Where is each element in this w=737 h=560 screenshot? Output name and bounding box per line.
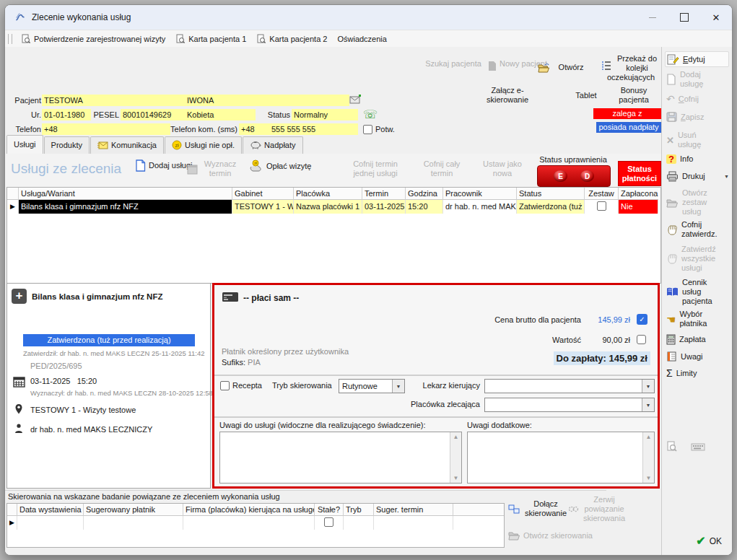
add-services-button[interactable]: Dodaj usługi [135,159,193,172]
sidebar-item-cofnij-zatwierdz[interactable]: Cofnij zatwierdz. [666,220,729,239]
header-gabinet[interactable]: Gabinet [232,188,294,200]
sidebar-item-wybor-platnika[interactable]: ☚ Wybór płatnika [666,310,729,328]
pay-visit-button[interactable]: zł Opłać wizytę [249,159,311,172]
scroll-up-icon[interactable]: ▲ [453,434,459,440]
send-message-icon[interactable] [349,94,362,105]
sidebar-item-info[interactable]: ? Info [666,154,729,164]
phone-prefix-field[interactable]: +48 [42,123,74,135]
phone-icon[interactable]: ☏ [363,109,378,121]
attach-referral-button[interactable]: Dołącz skierowanie [508,499,569,518]
sidebar-item-cennik[interactable]: Cennik usług pacjenta [666,278,729,306]
header-pracownik[interactable]: Pracownik [443,188,517,200]
payment-status-button[interactable]: Status płatności [618,161,661,186]
undo-single-appointment-button[interactable]: Cofnij termin jednej usługi [343,159,408,178]
cell-status[interactable]: Zatwierdzona (tuż przed realizacją) [517,200,585,214]
sidebar-item-zapisz[interactable]: Zapisz [666,112,729,122]
header-placowka[interactable]: Placówka [294,188,362,200]
scroll-down-icon[interactable]: ▼ [453,475,459,481]
scroll-down-icon[interactable]: ▼ [646,475,652,481]
sidebar-item-zaplata[interactable]: Zapłata [666,334,729,345]
mobile-field[interactable]: 555 555 555 [269,123,358,135]
scrollbar[interactable]: ▲▼ [642,432,654,483]
menu-oswiadczenia[interactable]: Oświadczenia [332,30,391,47]
status-field[interactable]: Normalny [292,109,358,121]
zestaw-checkbox[interactable] [597,201,606,211]
cell-placowka[interactable]: Nazwa placówki 1 [294,200,362,214]
open-referrals-button[interactable]: Otwórz skierowania [508,530,593,541]
preview-gray-icon[interactable] [666,441,678,452]
cell-termin[interactable]: 03-11-2025 [362,200,406,214]
attach-ereferral-button[interactable]: Załącz e-skierowanie [471,86,544,105]
dropdown-arrow-icon[interactable]: ▼ [392,380,404,393]
stale-checkbox[interactable] [324,517,333,527]
referrals-empty-row[interactable]: ▶ [7,516,504,530]
ordering-facility-select[interactable]: ▼ [484,398,655,412]
ok-button[interactable]: ✔ OK [696,534,722,548]
sidebar-item-dodaj-usluge[interactable]: Dodaj usługę [666,70,729,89]
undo-whole-appointment-button[interactable]: Cofnij cały termin [415,159,468,178]
close-button[interactable]: ✕ [700,5,732,30]
entitlement-status-button[interactable]: E D [537,165,611,187]
header-godzina[interactable]: Godzina [406,188,443,200]
tab-uslugi-nie-oplacone[interactable]: zł Usługi nie opł. [165,136,242,154]
dropdown-arrow-icon[interactable]: ▼ [642,398,654,411]
header-data-wystawienia[interactable]: Data wystawienia [17,504,84,516]
cell-pracownik[interactable]: dr hab. n. med MAKS LECZNICZY [443,200,517,214]
open-patient-button[interactable]: Otwórz [538,63,590,73]
tab-komunikacja[interactable]: Komunikacja [90,136,164,154]
entitlement-d-badge[interactable]: D [580,170,594,182]
payment-arrears-badge[interactable]: zalega z płatnościami [593,108,661,119]
mobile-prefix-field[interactable]: +48 [239,123,271,135]
set-as-new-button[interactable]: Ustaw jako nowa [476,159,529,178]
phone-field[interactable] [72,123,170,135]
header-status[interactable]: Status [517,188,585,200]
expand-plus-icon[interactable]: + [12,289,27,304]
sidebar-item-edytuj[interactable]: Edytuj [665,51,729,67]
cell-godzina[interactable]: 15:20 [406,200,443,214]
header-sugerowany-platnik[interactable]: Sugerowany płatnik [84,504,183,516]
patient-bonuses-button[interactable]: Bonusy pacjenta [610,86,658,105]
referring-doctor-select[interactable]: ▼ [484,379,655,393]
sidebar-item-uwagi[interactable]: Uwagi [666,351,729,362]
header-usluga[interactable]: Usługa/Wariant [19,188,232,200]
minimize-button[interactable] [637,5,668,30]
header-termin[interactable]: Termin [362,188,406,200]
keyboard-gray-icon[interactable] [691,442,705,451]
scrollbar[interactable]: ▲▼ [450,432,461,483]
tab-uslugi[interactable]: Usługi [6,135,43,154]
cell-stale[interactable] [315,516,344,530]
sex-field[interactable]: Kobieta [185,109,256,121]
menu-potwierdzenie-wizyty[interactable]: Potwierdzenie zarejestrowanej wizyty [16,30,170,47]
dropdown-arrow-icon[interactable]: ▼ [642,380,654,393]
tab-nadplaty[interactable]: Nadpłaty [243,136,302,154]
last-name-field[interactable]: TESTOWA [42,95,187,106]
potw-checkbox[interactable] [363,125,372,134]
table-row[interactable]: ▶ Bilans klasa i gimnazjum nfz NFZ TESTO… [7,200,660,214]
header-zestaw[interactable]: Zestaw [585,188,619,200]
scroll-up-icon[interactable]: ▲ [646,434,652,440]
entitlement-e-badge[interactable]: E [554,170,567,182]
header-zaplacona[interactable]: Zapłacona [619,188,658,200]
header-firma-kierujaca[interactable]: Firma (placówka) kierująca na usługę [183,504,315,516]
cell-gabinet[interactable]: TESTOWY 1 - Wizyty testowe [232,200,294,214]
header-tryb[interactable]: Tryb [344,504,374,516]
sidebar-item-drukuj[interactable]: Drukuj ▼ [666,171,729,182]
recepta-checkbox[interactable] [220,381,230,390]
first-name-field[interactable]: IWONA [185,95,349,106]
sidebar-item-zatwierdz-wszystkie[interactable]: Zatwierdź wszystkie usługi [666,245,729,273]
sidebar-item-otworz-zestaw-uslug[interactable]: Otwórz zestaw usług [666,188,729,216]
break-referral-link-button[interactable]: Zerwij powiązanie skierowania [568,495,627,523]
referral-mode-select[interactable]: Rutynowe▼ [339,379,405,393]
pesel-field[interactable]: 80010149629 [121,109,187,121]
menu-karta-pacjenta-2[interactable]: Karta pacjenta 2 [251,30,332,47]
cell-zestaw[interactable] [585,200,619,214]
maximize-button[interactable] [668,5,700,30]
additional-notes-textarea[interactable]: ▲▼ [467,432,655,484]
sidebar-item-limity[interactable]: Σ Limity [666,369,729,378]
sidebar-item-cofnij[interactable]: ↶ Cofnij [666,95,729,104]
set-appointment-button[interactable]: Wyznacz termin [187,159,239,178]
gross-price-checkbox-checked[interactable]: ✓ [637,314,647,325]
header-sugerowany-termin[interactable]: Suger. termin [374,504,453,516]
search-patient-button[interactable]: Szukaj pacjenta [425,59,481,69]
value-checkbox[interactable] [637,335,646,344]
